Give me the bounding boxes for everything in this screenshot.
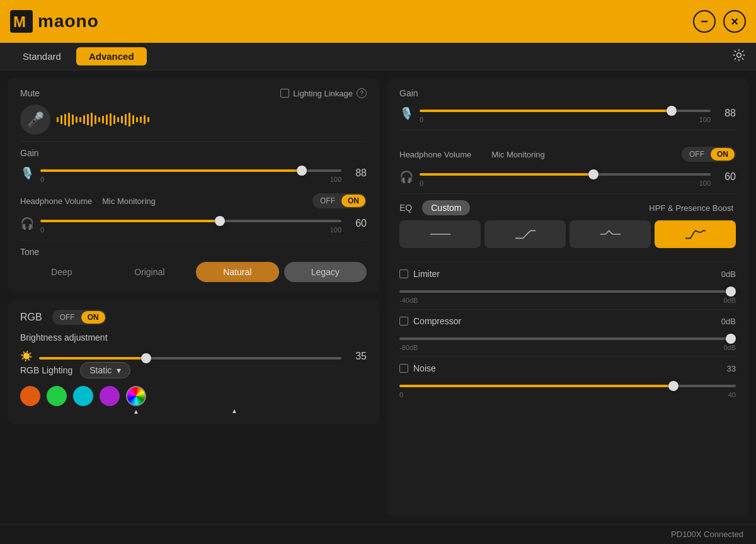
divider <box>20 141 367 142</box>
noise-label: Noise <box>413 363 436 373</box>
right-toggle-off[interactable]: OFF <box>683 148 711 161</box>
noise-max: 40 <box>728 391 736 399</box>
brightness-slider[interactable] <box>39 357 341 360</box>
right-hp-mic-row: Headphone Volume Mic Monitoring OFF ON <box>399 147 736 162</box>
gain-max: 100 <box>330 176 341 183</box>
hp-slider-container: 0 100 <box>40 213 341 234</box>
color-swatches <box>20 386 367 406</box>
tone-original-button[interactable]: Original <box>108 262 192 282</box>
tone-natural-button[interactable]: Natural <box>196 262 279 282</box>
tone-deep-button[interactable]: Deep <box>20 262 103 282</box>
logo-text: maono <box>38 11 99 31</box>
right-mic-monitoring-toggle: OFF ON <box>682 147 736 162</box>
status-text: PD100X Connected <box>671 530 743 539</box>
rgb-card: RGB OFF ON Brightness adjustment ☀️ 35 R… <box>8 300 379 424</box>
hp-volume-slider[interactable] <box>40 220 341 222</box>
left-panel: Mute Lighting Linkage ? 🎤 <box>8 78 379 516</box>
window-controls: − × <box>693 10 746 33</box>
eq-hpf-presence-button[interactable] <box>655 220 736 248</box>
brightness-row: Brightness adjustment <box>20 332 367 343</box>
hp-label: Headphone Volume <box>20 196 92 206</box>
right-mic-icon: 🎙️ <box>399 106 413 120</box>
minimize-button[interactable]: − <box>693 10 716 33</box>
eq-flat-icon <box>428 227 453 242</box>
swatch-green[interactable] <box>47 386 67 406</box>
gain-label: Gain <box>20 148 367 158</box>
swatch-multicolor[interactable] <box>126 386 146 406</box>
tab-standard[interactable]: Standard <box>10 47 74 65</box>
limiter-section: Limiter 0dB -40dB 0dB <box>399 269 736 310</box>
mute-button[interactable]: 🎤 <box>20 105 50 135</box>
right-hp-container: 0 100 <box>420 167 711 187</box>
hp-value: 60 <box>348 218 367 229</box>
right-hp-label: Headphone Volume <box>399 150 471 159</box>
compressor-slider[interactable] <box>399 337 736 340</box>
right-gain-container: 0 100 <box>420 103 711 123</box>
toggle-on-option[interactable]: ON <box>341 195 365 207</box>
settings-button[interactable] <box>732 48 746 65</box>
mute-row: Mute Lighting Linkage ? <box>20 88 367 98</box>
lighting-linkage-checkbox[interactable] <box>280 89 289 98</box>
tab-advanced[interactable]: Advanced <box>76 47 147 65</box>
tone-label: Tone <box>20 247 367 257</box>
right-hp-value: 60 <box>717 171 736 183</box>
headphone-icon: 🎧 <box>20 217 34 230</box>
compressor-max: 0dB <box>723 344 736 351</box>
limiter-header: Limiter 0dB <box>399 269 736 279</box>
right-divider3 <box>399 262 736 263</box>
swatch-orange[interactable] <box>20 386 40 406</box>
right-gain-min: 0 <box>420 116 423 123</box>
rgb-toggle-on[interactable]: ON <box>81 311 105 324</box>
lighting-mode-dropdown[interactable]: Static ▾ <box>80 362 130 378</box>
hp-mic-row: Headphone Volume Mic Monitoring OFF ON <box>20 193 367 208</box>
gain-slider[interactable] <box>40 169 341 172</box>
compressor-label: Compressor <box>413 316 461 326</box>
noise-slider[interactable] <box>399 385 736 387</box>
selected-swatch-arrow: ▲ <box>231 407 238 414</box>
rgb-toggle-off[interactable]: OFF <box>54 311 81 324</box>
noise-min: 0 <box>399 391 403 399</box>
eq-presence-button[interactable] <box>570 220 651 248</box>
limiter-value: 0dB <box>721 269 736 279</box>
limiter-slider[interactable] <box>399 290 736 293</box>
hp-slider-row: 🎧 0 100 60 <box>20 213 367 234</box>
lighting-linkage-label: Lighting Linkage <box>293 89 353 98</box>
help-icon[interactable]: ? <box>357 88 367 98</box>
main-content: Mute Lighting Linkage ? 🎤 <box>0 71 756 524</box>
mic-card: Mute Lighting Linkage ? 🎤 <box>8 78 379 292</box>
hpf-label: HPF & Presence Boost <box>649 203 733 213</box>
lighting-linkage: Lighting Linkage ? <box>280 88 367 98</box>
noise-header: Noise 33 <box>399 363 736 373</box>
gain-min: 0 <box>40 176 44 183</box>
close-button[interactable]: × <box>723 10 746 33</box>
swatch-purple[interactable] <box>100 386 120 406</box>
eq-hpf-button[interactable] <box>484 220 566 248</box>
right-gain-value: 88 <box>717 108 736 119</box>
toggle-off-option[interactable]: OFF <box>314 195 341 207</box>
rgb-lighting-label: RGB Lighting <box>20 365 72 375</box>
audio-visualizer <box>57 113 149 127</box>
compressor-header: Compressor 0dB <box>399 316 736 326</box>
compressor-section: Compressor 0dB -80dB 0dB <box>399 316 736 357</box>
noise-value: 33 <box>727 364 736 373</box>
right-hp-slider[interactable] <box>420 173 711 176</box>
brightness-label: Brightness adjustment <box>20 332 108 343</box>
logo: M maono <box>10 10 99 33</box>
eq-flat-button[interactable] <box>399 220 481 248</box>
right-gain-slider[interactable] <box>420 110 711 112</box>
noise-checkbox[interactable] <box>399 364 408 373</box>
right-divider2 <box>399 193 736 194</box>
right-panel: Gain 🎙️ 0 100 88 Headphone Volume Mic Mo… <box>387 78 748 516</box>
swatch-teal[interactable] <box>73 386 93 406</box>
limiter-checkbox[interactable] <box>399 269 408 278</box>
right-toggle-on[interactable]: ON <box>711 148 735 161</box>
eq-custom-button[interactable]: Custom <box>422 200 470 215</box>
hp-max: 100 <box>330 226 341 234</box>
swatch-indicator: ▲ <box>20 407 367 414</box>
rgb-lighting-row: RGB Lighting Static ▾ <box>20 362 367 378</box>
gain-slider-container: 0 100 <box>40 163 341 183</box>
eq-label: EQ <box>399 203 412 213</box>
rgb-label: RGB <box>20 312 42 323</box>
tone-legacy-button[interactable]: Legacy <box>284 262 367 282</box>
compressor-checkbox[interactable] <box>399 317 408 326</box>
